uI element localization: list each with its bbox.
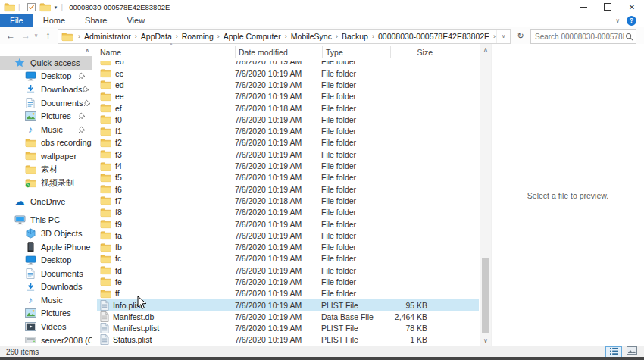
close-button[interactable]: ✕ <box>620 0 644 14</box>
file-row-f1[interactable]: f17/6/2020 10:19 AMFile folder <box>97 125 479 136</box>
minimize-button[interactable] <box>571 0 596 14</box>
scrollbar-thumb[interactable] <box>482 258 489 333</box>
breadcrumb-item[interactable]: Roaming <box>180 32 215 41</box>
file-row-f8[interactable]: f87/6/2020 10:19 AMFile folder <box>97 207 479 218</box>
file-row-manifest-plist[interactable]: Manifest.plist7/6/2020 10:19 AMPLIST Fil… <box>97 323 479 334</box>
file-row-ed[interactable]: ed7/6/2020 10:19 AMFile folder <box>97 79 479 90</box>
file-row-fa[interactable]: fa7/6/2020 10:19 AMFile folder <box>97 230 479 241</box>
sidebar-item-this-pc[interactable]: This PC <box>0 214 92 227</box>
sidebar-item-music[interactable]: ♪Music <box>0 123 92 136</box>
sidebar-item-onedrive[interactable]: ☁OneDrive <box>0 195 92 208</box>
sidebar-item-label: Videos <box>41 322 66 331</box>
file-row-manifest-db[interactable]: Manifest.db7/6/2020 10:19 AMData Base Fi… <box>97 311 479 322</box>
address-dropdown-icon[interactable]: ∨ <box>496 30 510 43</box>
sidebar-item-pictures[interactable]: Pictures <box>0 109 92 123</box>
help-icon[interactable]: ? <box>627 16 636 26</box>
sidebar-item-server2008-c-[interactable]: server2008 (C:)∨ <box>0 333 92 347</box>
column-header-size[interactable]: Size <box>391 46 436 58</box>
sidebar-item-pictures[interactable]: Pictures <box>0 307 92 321</box>
sidebar-item-desktop[interactable]: Desktop <box>0 253 92 267</box>
file-row-ee[interactable]: ee7/6/2020 10:19 AMFile folder <box>97 91 479 102</box>
file-type: File folder <box>318 289 386 298</box>
breadcrumb-separator-icon[interactable]: › <box>370 33 377 40</box>
breadcrumb-item[interactable]: Administrator <box>83 32 133 41</box>
back-button[interactable]: ← <box>6 30 15 41</box>
breadcrumb-separator-icon[interactable]: › <box>215 33 222 40</box>
refresh-button[interactable]: ↻ <box>514 29 527 42</box>
tab-file[interactable]: File <box>0 14 33 27</box>
breadcrumb-separator-icon[interactable]: › <box>174 33 180 40</box>
sidebar-item-videos[interactable]: Videos <box>0 320 92 333</box>
file-row-fb[interactable]: fb7/6/2020 10:19 AMFile folder <box>97 241 479 252</box>
breadcrumb-separator-icon[interactable]: › <box>133 33 139 40</box>
file-name: f0 <box>115 115 122 124</box>
sidebar-item-素材[interactable]: 素材 <box>0 163 92 177</box>
sidebar-item-documents[interactable]: Documents <box>0 96 92 110</box>
details-view-button[interactable] <box>605 346 622 358</box>
file-row-fc[interactable]: fc7/6/2020 10:19 AMFile folder <box>97 253 479 265</box>
file-name: f2 <box>115 138 122 147</box>
sidebar-item-视频录制[interactable]: 视频录制 <box>0 176 92 189</box>
properties-checkbox-icon[interactable] <box>27 3 36 11</box>
file-row-f5[interactable]: f57/6/2020 10:19 AMFile folder <box>97 172 479 183</box>
file-row-f9[interactable]: f97/6/2020 10:19 AMFile folder <box>97 218 479 230</box>
breadcrumb-item[interactable]: Apple Computer <box>222 32 283 41</box>
sidebar-item-downloads[interactable]: Downloads <box>0 280 92 294</box>
recent-locations-chevron-icon[interactable]: ∨ <box>34 33 38 39</box>
file-row-f3[interactable]: f37/6/2020 10:19 AMFile folder <box>97 149 479 160</box>
sidebar-item-obs-recording[interactable]: obs recording <box>0 136 92 150</box>
breadcrumb-separator-icon[interactable]: › <box>76 33 83 40</box>
maximize-button[interactable] <box>596 0 620 14</box>
sidebar-item-quick-access[interactable]: Quick access <box>0 56 92 70</box>
thumbnails-view-button[interactable] <box>624 346 639 356</box>
file-row-fd[interactable]: fd7/6/2020 10:19 AMFile folder <box>97 265 479 276</box>
up-button[interactable]: ↑ <box>45 30 50 41</box>
sidebar-item-apple-iphone[interactable]: Apple iPhone <box>0 240 92 254</box>
file-row-fe[interactable]: fe7/6/2020 10:19 AMFile folder <box>97 276 479 287</box>
breadcrumb-item[interactable]: Backup <box>340 32 370 41</box>
scrollbar-down-icon[interactable]: ∨ <box>480 335 491 346</box>
breadcrumb-item[interactable]: AppData <box>139 32 174 41</box>
file-list-scrollbar[interactable]: ∧ ∨ <box>480 44 491 346</box>
ribbon-collapse-icon[interactable]: ∨ <box>615 17 620 24</box>
sidebar-item-desktop[interactable]: Desktop <box>0 70 92 83</box>
column-header-date-modified[interactable]: Date modified <box>236 46 323 58</box>
tab-view[interactable]: View <box>117 14 155 27</box>
file-row-info-plist[interactable]: Info.plist7/6/2020 10:19 AMPLIST File95 … <box>97 299 479 311</box>
desktop-icon <box>24 71 36 81</box>
file-row-eb[interactable]: eb7/6/2020 10:19 AMFile folder <box>97 61 479 67</box>
scrollbar-up-icon[interactable]: ∧ <box>480 44 491 55</box>
file-row-f6[interactable]: f67/6/2020 10:19 AMFile folder <box>97 183 479 195</box>
column-header-name[interactable]: Name ^ <box>100 46 236 58</box>
quick-access-toolbar-chevron-icon[interactable]: ▼ <box>54 5 58 10</box>
close-icon: ✕ <box>629 3 635 11</box>
sidebar-item-music[interactable]: ♪Music <box>0 293 92 307</box>
tab-share[interactable]: Share <box>75 14 117 27</box>
file-row-ff[interactable]: ff7/6/2020 10:19 AMFile folder <box>97 288 479 299</box>
address-bar[interactable]: ›Administrator›AppData›Roaming›Apple Com… <box>58 29 511 44</box>
breadcrumb-separator-icon[interactable]: › <box>491 33 496 40</box>
file-row-f2[interactable]: f27/6/2020 10:19 AMFile folder <box>97 137 479 149</box>
file-date: 7/6/2020 10:19 AM <box>232 80 318 89</box>
breadcrumb-item[interactable]: 00008030-000578E42E83802E <box>377 32 491 41</box>
breadcrumb-separator-icon[interactable]: › <box>333 33 340 40</box>
sidebar-item-3d-objects[interactable]: 3D Objects <box>0 227 92 240</box>
file-row-ec[interactable]: ec7/6/2020 10:19 AMFile folder <box>97 67 479 79</box>
breadcrumb-separator-icon[interactable]: › <box>283 33 289 40</box>
file-row-status-plist[interactable]: Status.plist7/6/2020 10:19 AMPLIST File1… <box>97 334 479 346</box>
sidebar-item-documents[interactable]: Documents <box>0 267 92 280</box>
sidebar-item-wallpaper[interactable]: wallpaper <box>0 149 92 163</box>
search-input[interactable] <box>531 33 625 41</box>
search-icon[interactable] <box>625 33 633 41</box>
sidebar-scroll-up-icon[interactable]: ∧ <box>85 47 89 54</box>
file-row-f0[interactable]: f07/6/2020 10:19 AMFile folder <box>97 114 479 125</box>
new-folder-icon[interactable] <box>39 2 51 12</box>
file-row-f4[interactable]: f47/6/2020 10:19 AMFile folder <box>97 160 479 171</box>
breadcrumb-item[interactable]: MobileSync <box>289 32 333 41</box>
file-row-f7[interactable]: f77/6/2020 10:18 AMFile folder <box>97 195 479 206</box>
column-header-type[interactable]: Type <box>323 46 391 58</box>
file-row-ef[interactable]: ef7/6/2020 10:18 AMFile folder <box>97 102 479 114</box>
sidebar-item-downloads[interactable]: Downloads <box>0 83 92 96</box>
tab-home[interactable]: Home <box>33 14 75 27</box>
forward-button[interactable]: → <box>21 30 30 41</box>
